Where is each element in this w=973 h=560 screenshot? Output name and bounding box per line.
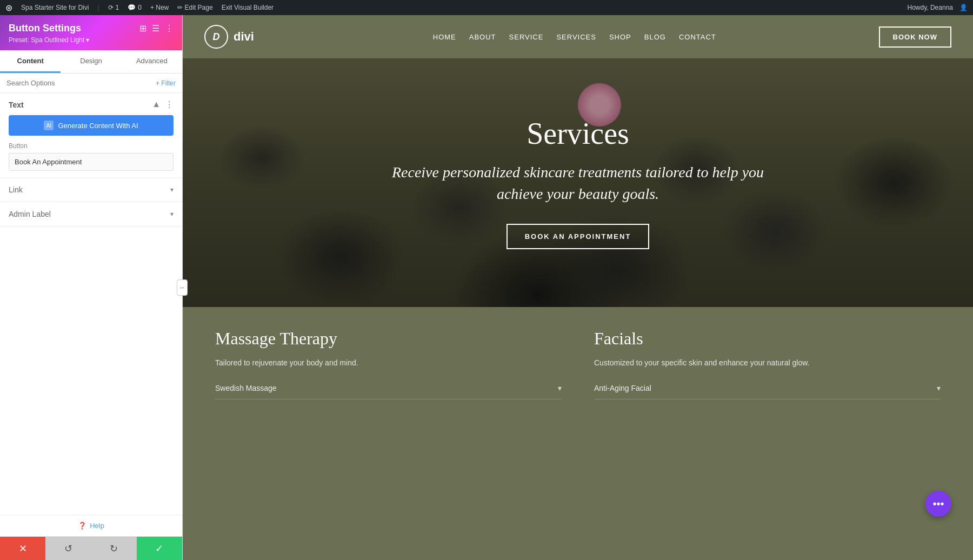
hero-subtitle: Receive personalized skincare treatments… (372, 162, 783, 204)
wp-exit-vb[interactable]: Exit Visual Builder (222, 4, 274, 11)
wp-site-name[interactable]: Spa Starter Site for Divi (21, 4, 89, 11)
admin-label-section-title: Admin Label (9, 210, 51, 218)
wp-edit-page[interactable]: ✏ Edit Page (177, 4, 212, 11)
text-section-toggle[interactable]: ▲ ⋮ (152, 99, 174, 110)
wp-comments[interactable]: 💬 0 (128, 4, 142, 11)
button-field-label: Button (9, 142, 174, 150)
site-nav-links: HOME ABOUT SERVICE SERVICES SHOP BLOG CO… (281, 33, 868, 41)
collapse-icon: ▲ (152, 99, 161, 110)
left-panel: Button Settings ⊞ ☰ ⋮ Preset: Spa Outlin… (0, 15, 183, 560)
ai-icon: AI (44, 121, 54, 130)
facials-item-label: Anti-Aging Facial (594, 384, 651, 392)
panel-title: Button Settings (9, 23, 81, 34)
admin-chevron-icon: ▾ (170, 210, 174, 218)
panel-header-icons: ⊞ ☰ ⋮ (139, 23, 174, 34)
ai-generate-button[interactable]: AI Generate Content With AI (9, 115, 174, 136)
site-navbar: D divi HOME ABOUT SERVICE SERVICES SHOP … (183, 15, 973, 58)
panel-tabs: Content Design Advanced (0, 50, 182, 74)
main-layout: Button Settings ⊞ ☰ ⋮ Preset: Spa Outlin… (0, 15, 973, 560)
preview-area: D divi HOME ABOUT SERVICE SERVICES SHOP … (183, 15, 973, 560)
wp-new[interactable]: + New (150, 4, 169, 11)
undo-button[interactable]: ↺ (45, 537, 91, 560)
panel-icon-more[interactable]: ⋮ (165, 23, 174, 34)
panel-header: Button Settings ⊞ ☰ ⋮ Preset: Spa Outlin… (0, 15, 182, 50)
services-section: Massage Therapy Tailored to rejuvenate y… (183, 307, 973, 560)
save-button[interactable]: ✓ (137, 537, 182, 560)
link-chevron-icon: ▾ (170, 186, 174, 194)
panel-content: Text ▲ ⋮ AI Generate Content With AI But… (0, 93, 182, 515)
service-card-facials: Facials Customized to your specific skin… (594, 329, 941, 538)
nav-home[interactable]: HOME (433, 33, 456, 41)
site-logo: D divi (204, 25, 254, 49)
search-input[interactable] (6, 79, 151, 87)
fab-icon: ••• (932, 498, 944, 510)
wp-updates[interactable]: ⟳ 1 (108, 4, 119, 11)
comments-icon: 💬 (128, 4, 136, 11)
text-section-header: Text ▲ ⋮ (9, 99, 174, 110)
nav-shop[interactable]: SHOP (609, 33, 631, 41)
logo-text: divi (234, 30, 254, 44)
cancel-button[interactable]: ✕ (0, 537, 45, 560)
panel-icon-copy[interactable]: ⊞ (139, 23, 146, 34)
panel-icon-layout[interactable]: ☰ (152, 23, 159, 34)
button-text-input[interactable] (9, 153, 174, 171)
facials-title: Facials (594, 329, 941, 349)
fab-button[interactable]: ••• (925, 491, 951, 517)
facials-desc: Customized to your specific skin and enh… (594, 357, 941, 369)
hero-title: Services (527, 116, 629, 151)
wp-howdy: Howdy, Deanna (908, 4, 954, 11)
link-section-title: Link (9, 185, 23, 194)
hero-section: Services Receive personalized skincare t… (183, 58, 973, 307)
hero-cta-button[interactable]: BOOK AN APPOINTMENT (507, 224, 650, 249)
options-icon: ⋮ (165, 99, 174, 110)
bottom-action-bar: ✕ ↺ ↻ ✓ (0, 536, 182, 560)
massage-desc: Tailored to rejuvenate your body and min… (215, 357, 562, 369)
panel-header-top: Button Settings ⊞ ☰ ⋮ (9, 23, 174, 34)
facials-item[interactable]: Anti-Aging Facial ▾ (594, 377, 941, 399)
tab-advanced[interactable]: Advanced (122, 50, 182, 73)
text-section-title: Text (9, 101, 24, 109)
massage-item-label: Swedish Massage (215, 384, 277, 392)
nav-about[interactable]: ABOUT (469, 33, 496, 41)
wp-bar-right: Howdy, Deanna 👤 (908, 4, 968, 11)
massage-item-chevron: ▾ (558, 384, 562, 392)
help-icon: ❓ (78, 522, 86, 530)
massage-item[interactable]: Swedish Massage ▾ (215, 377, 562, 399)
service-card-massage: Massage Therapy Tailored to rejuvenate y… (215, 329, 562, 538)
filter-button[interactable]: + Filter (156, 79, 176, 87)
nav-services[interactable]: SERVICES (556, 33, 596, 41)
logo-letter: D (213, 31, 220, 43)
panel-preset[interactable]: Preset: Spa Outlined Light ▾ (9, 36, 174, 44)
resize-handle[interactable]: ↔ (177, 279, 188, 296)
avatar: 👤 (959, 4, 968, 11)
panel-footer[interactable]: ❓ Help (0, 515, 182, 536)
wp-logo-icon[interactable]: ⊛ (5, 3, 12, 13)
nav-blog[interactable]: BLOG (644, 33, 666, 41)
tab-content[interactable]: Content (0, 50, 61, 73)
hero-content: Services Receive personalized skincare t… (183, 58, 973, 307)
wp-admin-bar: ⊛ Spa Starter Site for Divi | ⟳ 1 💬 0 + … (0, 0, 973, 15)
text-section: Text ▲ ⋮ AI Generate Content With AI But… (0, 93, 182, 178)
book-now-nav-button[interactable]: BOOK NOW (879, 26, 951, 48)
nav-service[interactable]: SERVICE (509, 33, 544, 41)
massage-title: Massage Therapy (215, 329, 562, 349)
updates-icon: ⟳ (108, 4, 114, 11)
logo-circle: D (204, 25, 228, 49)
admin-label-section[interactable]: Admin Label ▾ (0, 202, 182, 226)
help-label: Help (90, 522, 104, 530)
facials-item-chevron: ▾ (937, 384, 941, 392)
redo-button[interactable]: ↻ (91, 537, 137, 560)
tab-design[interactable]: Design (61, 50, 121, 73)
nav-contact[interactable]: CONTACT (679, 33, 716, 41)
wp-bar-sep1: | (97, 4, 99, 11)
link-section[interactable]: Link ▾ (0, 178, 182, 202)
panel-search: + Filter (0, 74, 182, 93)
